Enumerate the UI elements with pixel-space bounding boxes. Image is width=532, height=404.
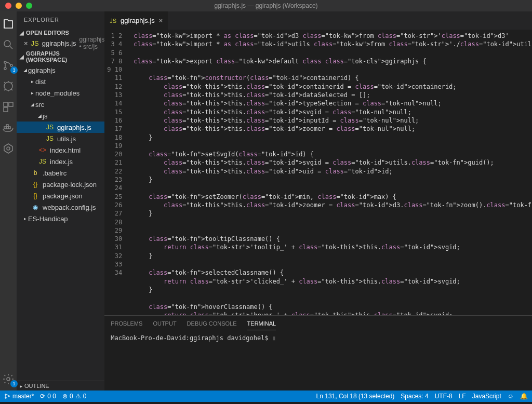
folder-ggiraphjs[interactable]: ◢ggiraphjs — [17, 64, 104, 76]
scm-badge: 3 — [10, 66, 18, 74]
settings-gear-icon[interactable]: 1 — [0, 371, 17, 387]
sync-status[interactable]: ⟳ 0 0 — [40, 393, 56, 400]
folder-node-modules[interactable]: ▸node_modules — [17, 87, 104, 99]
folder-dist[interactable]: ▸dist — [17, 76, 104, 87]
js-icon: JS — [110, 18, 116, 24]
tab-problems[interactable]: PROBLEMS — [111, 317, 142, 330]
terminal-content[interactable]: MacBook-Pro-de-David:ggiraphjs davidgohe… — [104, 331, 532, 390]
settings-badge: 1 — [10, 380, 18, 387]
outline-header[interactable]: ▸OUTLINE — [17, 381, 104, 390]
activity-bar: 3 1 — [0, 11, 17, 390]
svg-point-1 — [4, 61, 6, 63]
search-icon[interactable] — [0, 36, 17, 53]
svg-point-17 — [5, 397, 6, 398]
js-icon: JS — [46, 135, 54, 142]
file-index-html[interactable]: <>index.html — [17, 144, 104, 156]
tab-bar: JS ggiraphjs.js × ⋯ — [104, 11, 532, 30]
json-icon: {} — [31, 181, 39, 188]
docker-icon[interactable] — [0, 119, 17, 136]
close-window[interactable] — [5, 3, 11, 9]
tab-terminal[interactable]: TERMINAL — [247, 317, 276, 330]
svg-rect-5 — [4, 102, 8, 106]
cursor-position[interactable]: Ln 131, Col 18 (13 selected) — [316, 393, 395, 400]
tab-debug-console[interactable]: DEBUG CONSOLE — [187, 317, 237, 330]
svg-point-2 — [4, 68, 6, 70]
file-utils[interactable]: JSutils.js — [17, 133, 104, 144]
folder-src[interactable]: ◢src — [17, 99, 104, 110]
file-ggiraphjs[interactable]: JSggiraphjs.js — [17, 122, 104, 133]
folder-js[interactable]: ◢js — [17, 110, 104, 122]
file-webpack[interactable]: ◉webpack.config.js — [17, 201, 104, 213]
close-icon[interactable]: × — [24, 39, 28, 47]
file-tree: ◢ggiraphjs ▸dist ▸node_modules ◢src ◢js … — [17, 64, 104, 224]
file-package[interactable]: {}package.json — [17, 190, 104, 201]
bottom-panel: PROBLEMS OUTPUT DEBUG CONSOLE TERMINAL 1… — [104, 315, 532, 390]
explorer-icon[interactable] — [0, 16, 17, 32]
statusbar: master* ⟳ 0 0 ⊗ 0 ⚠ 0 Ln 131, Col 18 (13… — [0, 390, 532, 402]
language-status[interactable]: JavaScript — [472, 393, 501, 400]
svg-point-16 — [5, 394, 6, 395]
workspace-header[interactable]: ◢GGIRAPHJS (WORKSPACE) — [17, 49, 104, 64]
json-icon: {} — [31, 192, 39, 199]
folder-es-handicap[interactable]: ▸ES-Handicap — [17, 213, 104, 224]
close-tab-icon[interactable]: × — [159, 17, 163, 24]
titlebar: ggiraphjs.js — ggiraphjs (Workspace) — [0, 0, 532, 11]
js-icon: JS — [31, 39, 39, 47]
svg-point-14 — [7, 378, 10, 381]
sidebar: EXPLORER ◢OPEN EDITORS × JS ggiraphjs.js… — [17, 11, 104, 390]
feedback-icon[interactable]: ☺ — [508, 393, 514, 400]
extensions-icon[interactable] — [0, 99, 17, 115]
minimize-window[interactable] — [16, 3, 22, 9]
notifications-icon[interactable]: 🔔 — [520, 393, 528, 400]
window-title: ggiraphjs.js — ggiraphjs (Workspace) — [0, 2, 532, 9]
file-babelrc[interactable]: b.babelrc — [17, 167, 104, 179]
svg-rect-11 — [6, 125, 8, 127]
file-index-js[interactable]: JSindex.js — [17, 156, 104, 167]
branch-status[interactable]: master* — [4, 393, 34, 400]
indentation-status[interactable]: Spaces: 4 — [401, 393, 428, 400]
open-editor-item[interactable]: × JS ggiraphjs.js ggiraphjs • src/js — [17, 37, 104, 49]
html-icon: <> — [38, 146, 47, 154]
svg-marker-12 — [4, 144, 12, 153]
babel-icon: b — [31, 169, 39, 177]
svg-rect-7 — [4, 107, 8, 112]
file-package-lock[interactable]: {}package-lock.json — [17, 179, 104, 190]
tab-output[interactable]: OUTPUT — [153, 317, 176, 330]
code-editor[interactable]: class="tok-kw">import * as class="tok-id… — [128, 30, 532, 315]
explorer-title: EXPLORER — [17, 11, 104, 28]
js-icon: JS — [46, 124, 54, 131]
eol-status[interactable]: LF — [459, 393, 466, 400]
debug-icon[interactable] — [0, 78, 17, 95]
svg-point-13 — [7, 147, 10, 150]
line-numbers: 1 2 3 4 5 6 7 8 9 10 11 12 13 14 15 16 1… — [104, 30, 128, 315]
problems-status[interactable]: ⊗ 0 ⚠ 0 — [62, 393, 86, 400]
zoom-window[interactable] — [26, 3, 32, 9]
tab-ggiraphjs[interactable]: JS ggiraphjs.js × — [104, 11, 168, 30]
encoding-status[interactable]: UTF-8 — [435, 393, 453, 400]
svg-rect-6 — [9, 102, 13, 106]
svg-point-0 — [4, 41, 10, 47]
kubernetes-icon[interactable] — [0, 140, 17, 157]
js-icon: JS — [38, 158, 47, 165]
scm-icon[interactable]: 3 — [0, 57, 17, 74]
window-controls — [0, 3, 32, 9]
webpack-icon: ◉ — [31, 204, 39, 211]
editor-area: JS ggiraphjs.js × ⋯ 1 2 3 4 5 6 7 8 9 10… — [104, 11, 532, 390]
